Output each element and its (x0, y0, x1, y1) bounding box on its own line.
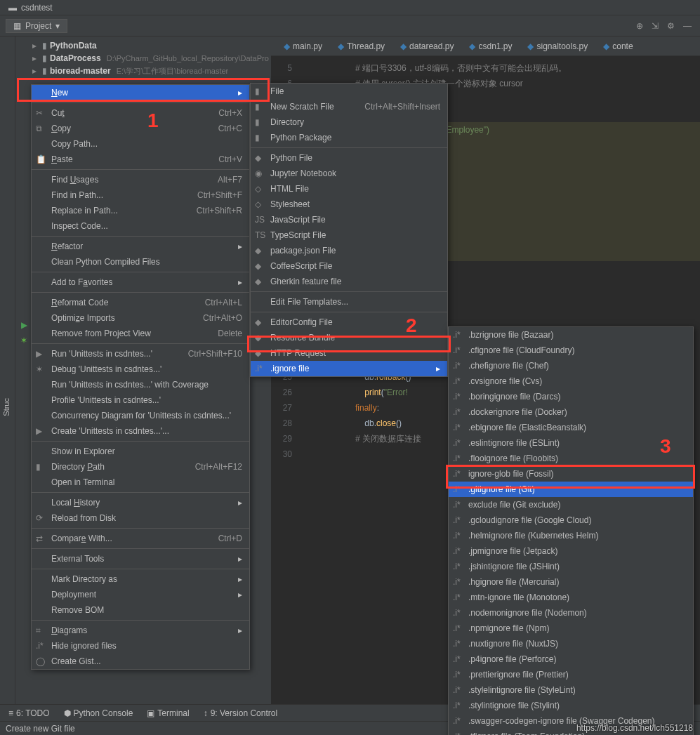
menu-item[interactable]: .i* .jpmignore file (Jetpack) (449, 543, 693, 559)
menu-item[interactable]: ▮ New Scratch File Ctrl+Alt+Shift+Insert (251, 99, 447, 114)
collapse-icon[interactable]: ⇲ (652, 21, 659, 31)
menu-item[interactable]: .i* .prettierignore file (Prettier) (449, 667, 693, 682)
menu-item[interactable]: Inspect Code... (32, 218, 249, 234)
editor-tab[interactable]: ◆csdn1.py (462, 37, 519, 55)
menu-item[interactable]: Copy Path... (32, 136, 249, 152)
menu-item[interactable]: Run 'Unittests in csdntes...' with Cover… (32, 377, 249, 392)
editor-tab[interactable]: ◆dataread.py (393, 37, 461, 55)
menu-item[interactable]: ◉ Jupyter Notebook (251, 166, 447, 181)
menu-item[interactable]: ◆ package.json File (251, 243, 447, 258)
editor-tab[interactable]: ◆signaltools.py (520, 37, 595, 55)
editor-tab[interactable]: ◆main.py (277, 37, 329, 55)
menu-item[interactable]: .i* .jshintignore file (JSHint) (449, 559, 693, 574)
menu-item[interactable]: .i* .ignore file ▸ (251, 361, 447, 376)
menu-item[interactable]: Remove from Project View Delete (32, 326, 249, 341)
menu-item[interactable]: Add to Favorites ▸ (32, 274, 249, 290)
expand-arrow-icon[interactable]: ▸ (32, 66, 39, 76)
terminal-tool[interactable]: ▣Terminal (147, 708, 189, 718)
menu-item[interactable]: ▶ Create 'Unittests in csdntes...'... (32, 423, 249, 439)
menu-item[interactable]: Find in Path... Ctrl+Shift+F (32, 187, 249, 203)
menu-item[interactable]: ◇ Stylesheet (251, 197, 447, 212)
menu-item[interactable]: Show in Explorer (32, 444, 249, 459)
menu-item[interactable]: Reformat Code Ctrl+Alt+L (32, 295, 249, 310)
menu-item[interactable]: JS JavaScript File (251, 212, 447, 227)
menu-item[interactable]: Refactor ▸ (32, 239, 249, 254)
menu-item[interactable]: .i* .gitignore file (Git) (449, 482, 693, 497)
tree-item-pythondata[interactable]: ▸ ▮ PythonData (15, 39, 271, 52)
menu-item[interactable]: Concurrency Diagram for 'Unittests in cs… (32, 408, 249, 423)
menu-item[interactable]: External Tools ▸ (32, 551, 249, 567)
menu-item[interactable]: Replace in Path... Ctrl+Shift+R (32, 203, 249, 218)
menu-item[interactable]: .i* .chefignore file (Chef) (449, 358, 693, 373)
menu-item[interactable]: .i* .mtn-ignore file (Monotone) (449, 590, 693, 605)
python-console-tool[interactable]: ⬢Python Console (64, 708, 133, 718)
target-icon[interactable]: ⊕ (636, 21, 643, 31)
menu-item[interactable]: ✶ Debug 'Unittests in csdntes...' (32, 362, 249, 377)
menu-item[interactable]: ◇ HTML File (251, 181, 447, 197)
menu-item[interactable]: .i* .npmignore file (Npm) (449, 621, 693, 636)
expand-arrow-icon[interactable]: ▸ (32, 41, 39, 51)
menu-item[interactable]: New ▸ (32, 85, 249, 100)
menu-item[interactable]: ⇄ Compare With... Ctrl+D (32, 531, 249, 546)
menu-item[interactable]: ✂ Cut Ctrl+X (32, 105, 249, 121)
menu-item[interactable]: Remove BOM (32, 602, 249, 618)
menu-item[interactable]: .i* .gcloudignore file (Google Cloud) (449, 512, 693, 528)
editor-tab[interactable]: ◆conte (596, 37, 640, 55)
menu-item[interactable]: ▮ Directory Path Ctrl+Alt+F12 (32, 459, 249, 475)
editor-tab[interactable]: ◆Thread.py (331, 37, 392, 55)
menu-item[interactable]: ◆ Resource Bundle (251, 330, 447, 345)
structure-tool-label[interactable]: Struc (2, 398, 11, 416)
menu-item[interactable]: .i* .boringignore file (Darcs) (449, 389, 693, 404)
gear-icon[interactable]: ⚙ (667, 21, 675, 31)
menu-item[interactable]: Deployment ▸ (32, 587, 249, 602)
menu-item[interactable]: ▮ File (251, 84, 447, 99)
menu-item[interactable]: .i* exclude file (Git exclude) (449, 497, 693, 512)
menu-item[interactable]: .i* .hgignore file (Mercurial) (449, 574, 693, 590)
menu-item[interactable]: ⌗ Diagrams ▸ (32, 623, 249, 638)
menu-item[interactable]: .i* Hide ignored files (32, 638, 249, 654)
menu-item[interactable]: Local History ▸ (32, 495, 249, 510)
menu-item[interactable]: .i* .cvsignore file (Cvs) (449, 373, 693, 389)
menu-item[interactable]: .i* .stylintignore file (Stylint) (449, 698, 693, 713)
menu-item[interactable]: .i* .p4ignore file (Perforce) (449, 651, 693, 667)
menu-item[interactable]: ◆ HTTP Request (251, 345, 447, 361)
hide-icon[interactable]: — (683, 21, 692, 31)
menu-item[interactable]: Mark Directory as ▸ (32, 571, 249, 587)
menu-item[interactable]: ▮ Python Package (251, 130, 447, 145)
menu-item[interactable]: Clean Python Compiled Files (32, 254, 249, 270)
menu-item[interactable]: ◆ Gherkin feature file (251, 274, 447, 289)
menu-item[interactable]: ◆ Python File (251, 150, 447, 166)
todo-tool[interactable]: ≡6: TODO (8, 708, 50, 718)
menu-item[interactable]: Edit File Templates... (251, 294, 447, 310)
version-control-tool[interactable]: ↕9: Version Control (204, 708, 277, 718)
menu-item[interactable]: 📋 Paste Ctrl+V (32, 152, 249, 167)
menu-item[interactable]: Open in Terminal (32, 475, 249, 490)
project-dropdown[interactable]: ▦ Project ▾ (6, 19, 67, 33)
menu-item[interactable]: .i* .eslintignore file (ESLint) (449, 435, 693, 451)
code-line[interactable]: 5# 端口号3306，utf-8编码，否则中文有可能会出现乱码。 (271, 60, 700, 76)
tree-item-dataprocess[interactable]: ▸ ▮ DataProcess D:\PyCharm_GitHub_local_… (15, 52, 271, 65)
menu-item[interactable]: .i* .dockerignore file (Docker) (449, 404, 693, 420)
menu-item[interactable]: ⧉ Copy Ctrl+C (32, 121, 249, 136)
menu-item[interactable]: .i* .bzrignore file (Bazaar) (449, 327, 693, 343)
menu-item[interactable]: .i* .nuxtignore file (NuxtJS) (449, 636, 693, 651)
menu-item[interactable]: TS TypeScript File (251, 227, 447, 243)
menu-item[interactable]: ◆ CoffeeScript File (251, 258, 447, 274)
menu-item[interactable]: Optimize Imports Ctrl+Alt+O (32, 310, 249, 326)
menu-item[interactable]: .i* .ebignore file (ElasticBeanstalk) (449, 420, 693, 435)
menu-item[interactable]: Find Usages Alt+F7 (32, 172, 249, 187)
menu-item[interactable]: .i* ignore-glob file (Fossil) (449, 466, 693, 482)
menu-item[interactable]: .i* .stylelintignore file (StyleLint) (449, 682, 693, 698)
expand-arrow-icon[interactable]: ▸ (32, 53, 39, 63)
tree-item-bioread[interactable]: ▸ ▮ bioread-master E:\学习\工作项目\bioread-ma… (15, 65, 271, 77)
menu-item[interactable]: .i* .helmignore file (Kubernetes Helm) (449, 528, 693, 543)
menu-item[interactable]: ▶ Run 'Unittests in csdntes...' Ctrl+Shi… (32, 346, 249, 362)
menu-item[interactable]: ◯ Create Gist... (32, 654, 249, 669)
menu-item[interactable]: Profile 'Unittests in csdntes...' (32, 392, 249, 408)
menu-item[interactable]: .i* .flooignore file (Floobits) (449, 451, 693, 466)
menu-item[interactable]: ▮ Directory (251, 114, 447, 130)
menu-item[interactable]: ⟳ Reload from Disk (32, 510, 249, 526)
menu-item[interactable]: ◆ EditorConfig File (251, 314, 447, 330)
menu-item[interactable]: .i* .cfignore file (CloudFoundry) (449, 343, 693, 358)
menu-item[interactable]: .i* .nodemonignore file (Nodemon) (449, 605, 693, 621)
